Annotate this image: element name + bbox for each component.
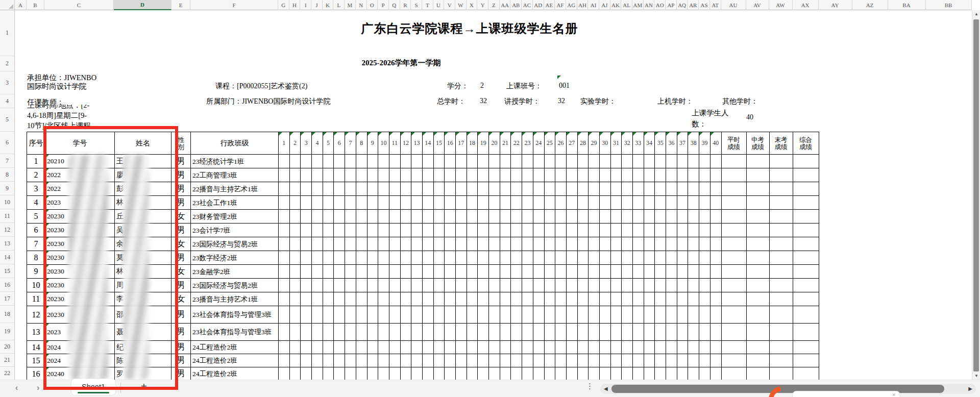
cell-session[interactable] [633, 292, 644, 306]
cell-session[interactable] [301, 168, 312, 182]
cell-class[interactable]: 23金融学2班 [191, 265, 279, 279]
cell-session[interactable] [589, 237, 600, 251]
cell-session[interactable] [533, 306, 545, 324]
cell-session[interactable] [356, 341, 368, 354]
cell-session[interactable] [356, 324, 368, 341]
cell-session[interactable] [710, 354, 722, 367]
cell-session[interactable] [611, 196, 622, 210]
cell-session[interactable] [622, 182, 633, 196]
cell-session[interactable] [467, 354, 478, 367]
th-score-3[interactable]: 综合 成绩 [793, 132, 819, 155]
cell-session[interactable] [500, 251, 511, 265]
th-session-31[interactable]: 31 [611, 132, 622, 155]
cell-session[interactable] [710, 306, 722, 324]
cell-session[interactable] [600, 279, 611, 292]
cell-session[interactable] [378, 168, 389, 182]
row-header-18[interactable]: 18 [0, 306, 15, 323]
cell-session[interactable] [301, 367, 312, 380]
cell-session[interactable] [611, 324, 622, 341]
cell-session[interactable] [279, 279, 290, 292]
cell-session[interactable] [445, 265, 456, 279]
cell-session[interactable] [699, 251, 710, 265]
cell-session[interactable] [368, 251, 379, 265]
cell-class[interactable]: 22工商管理3班 [191, 168, 279, 182]
cell-session[interactable] [323, 210, 334, 224]
column-header-AI[interactable]: AI [588, 0, 599, 10]
cell-session[interactable] [301, 324, 312, 341]
cell-session[interactable] [666, 265, 677, 279]
cell-session[interactable] [323, 251, 334, 265]
cell-score[interactable] [747, 168, 770, 182]
cell-session[interactable] [589, 306, 600, 324]
cell-session[interactable] [489, 306, 500, 324]
cell-session[interactable] [301, 237, 312, 251]
cell-session[interactable] [555, 306, 567, 324]
cell-class[interactable]: 23国际经济与贸易2班 [191, 237, 279, 251]
cell-score[interactable] [722, 306, 747, 324]
cell-session[interactable] [478, 196, 489, 210]
cell-session[interactable] [290, 306, 301, 324]
column-header-AR[interactable]: AR [688, 0, 699, 10]
cell-session[interactable] [688, 182, 699, 196]
cell-session[interactable] [456, 237, 467, 251]
cell-session[interactable] [312, 155, 323, 168]
cell-session[interactable] [423, 341, 434, 354]
cell-session[interactable] [578, 292, 589, 306]
cell-score[interactable] [770, 210, 793, 224]
cell-session[interactable] [389, 341, 401, 354]
cell-session[interactable] [401, 306, 412, 324]
cell-session[interactable] [500, 155, 511, 168]
cell-session[interactable] [578, 196, 589, 210]
cell-session[interactable] [489, 182, 500, 196]
cell-session[interactable] [655, 341, 666, 354]
cell-session[interactable] [600, 354, 611, 367]
cell-session[interactable] [334, 196, 345, 210]
cell-session[interactable] [411, 324, 423, 341]
cell-session[interactable] [411, 341, 423, 354]
cell-session[interactable] [356, 265, 368, 279]
cell-session[interactable] [378, 279, 389, 292]
cell-session[interactable] [279, 265, 290, 279]
cell-session[interactable] [279, 367, 290, 380]
cell-session[interactable] [467, 324, 478, 341]
cell-score[interactable] [747, 279, 770, 292]
row-header-14[interactable]: 14 [0, 251, 15, 264]
row-header-4[interactable]: 4 [0, 94, 15, 108]
cell-session[interactable] [456, 155, 467, 168]
cell-session[interactable] [423, 279, 434, 292]
cell-session[interactable] [467, 292, 478, 306]
cell-session[interactable] [545, 265, 556, 279]
cell-session[interactable] [279, 224, 290, 237]
cell-session[interactable] [644, 306, 655, 324]
cell-session[interactable] [677, 279, 689, 292]
cell-session[interactable] [489, 324, 500, 341]
cell-session[interactable] [389, 182, 401, 196]
cell-session[interactable] [500, 168, 511, 182]
cell-session[interactable] [301, 306, 312, 324]
cell-session[interactable] [423, 324, 434, 341]
cell-session[interactable] [389, 292, 401, 306]
cell-session[interactable] [511, 210, 522, 224]
th-session-19[interactable]: 19 [478, 132, 489, 155]
cell-session[interactable] [545, 292, 556, 306]
cell-session[interactable] [368, 367, 379, 380]
cell-session[interactable] [356, 354, 368, 367]
cell-score[interactable] [722, 224, 747, 237]
cell-session[interactable] [378, 354, 389, 367]
column-header-J[interactable]: J [311, 0, 323, 10]
cell-score[interactable] [722, 196, 747, 210]
cell-session[interactable] [467, 251, 478, 265]
column-header-AS[interactable]: AS [699, 0, 710, 10]
cell-session[interactable] [423, 306, 434, 324]
cell-session[interactable] [401, 251, 412, 265]
cell-session[interactable] [456, 224, 467, 237]
cell-session[interactable] [456, 324, 467, 341]
cell-session[interactable] [445, 341, 456, 354]
cell-session[interactable] [699, 279, 710, 292]
cell-session[interactable] [545, 155, 556, 168]
cell-score[interactable] [747, 210, 770, 224]
cell-session[interactable] [401, 341, 412, 354]
cell-session[interactable] [688, 155, 699, 168]
cell-session[interactable] [356, 155, 368, 168]
cell-session[interactable] [478, 306, 489, 324]
